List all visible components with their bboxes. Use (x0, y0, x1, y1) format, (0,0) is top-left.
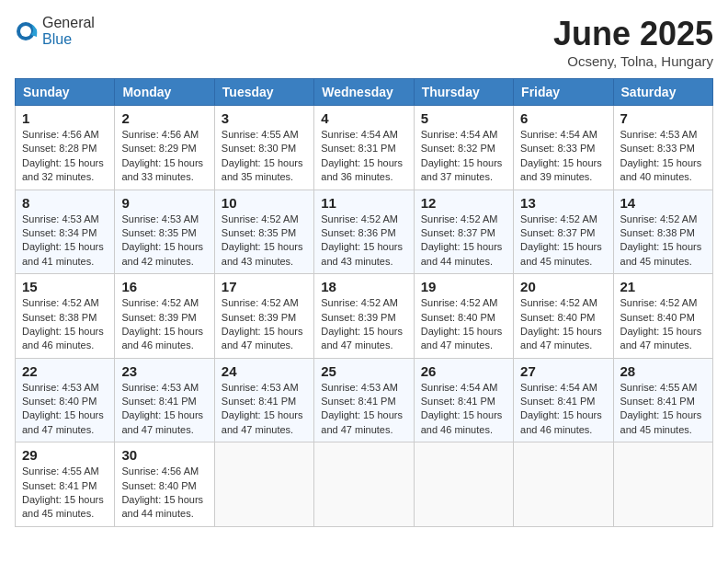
month-title: June 2025 (553, 15, 713, 53)
calendar-body: 1Sunrise: 4:56 AMSunset: 8:28 PMDaylight… (16, 106, 713, 527)
dow-wednesday: Wednesday (314, 79, 414, 106)
day-info: Sunrise: 4:52 AMSunset: 8:39 PMDaylight:… (321, 296, 406, 353)
day-info: Sunrise: 4:54 AMSunset: 8:32 PMDaylight:… (421, 128, 506, 185)
day-number: 23 (121, 363, 207, 379)
day-info: Sunrise: 4:52 AMSunset: 8:35 PMDaylight:… (222, 213, 307, 270)
day-number: 4 (321, 110, 406, 126)
day-info: Sunrise: 4:53 AMSunset: 8:41 PMDaylight:… (321, 381, 406, 438)
day-cell: 26Sunrise: 4:54 AMSunset: 8:41 PMDayligh… (414, 358, 513, 442)
day-number: 3 (222, 110, 307, 126)
day-number: 10 (222, 195, 307, 211)
day-cell (613, 442, 712, 527)
day-cell: 19Sunrise: 4:52 AMSunset: 8:40 PMDayligh… (414, 274, 513, 359)
day-info: Sunrise: 4:52 AMSunset: 8:37 PMDaylight:… (520, 213, 606, 270)
day-number: 8 (22, 195, 108, 211)
day-number: 30 (121, 447, 207, 463)
day-info: Sunrise: 4:56 AMSunset: 8:28 PMDaylight:… (22, 128, 108, 185)
day-number: 11 (321, 195, 406, 211)
day-cell: 4Sunrise: 4:54 AMSunset: 8:31 PMDaylight… (314, 106, 414, 190)
day-cell (514, 442, 613, 527)
day-cell: 5Sunrise: 4:54 AMSunset: 8:32 PMDaylight… (414, 106, 513, 190)
day-cell: 14Sunrise: 4:52 AMSunset: 8:38 PMDayligh… (613, 190, 712, 274)
dow-friday: Friday (514, 79, 613, 106)
day-info: Sunrise: 4:53 AMSunset: 8:33 PMDaylight:… (620, 128, 706, 185)
day-number: 29 (22, 447, 108, 463)
day-cell: 1Sunrise: 4:56 AMSunset: 8:28 PMDaylight… (16, 106, 115, 190)
day-cell (214, 442, 313, 527)
day-number: 18 (321, 279, 406, 294)
day-cell: 21Sunrise: 4:52 AMSunset: 8:40 PMDayligh… (613, 274, 712, 359)
day-cell: 8Sunrise: 4:53 AMSunset: 8:34 PMDaylight… (16, 190, 115, 274)
day-number: 16 (121, 279, 207, 294)
day-cell: 22Sunrise: 4:53 AMSunset: 8:40 PMDayligh… (16, 358, 115, 442)
week-row-2: 8Sunrise: 4:53 AMSunset: 8:34 PMDaylight… (16, 190, 713, 274)
week-row-3: 15Sunrise: 4:52 AMSunset: 8:38 PMDayligh… (16, 274, 713, 359)
day-cell: 28Sunrise: 4:55 AMSunset: 8:41 PMDayligh… (613, 358, 712, 442)
page-header: General Blue June 2025 Ocseny, Tolna, Hu… (15, 15, 713, 69)
day-info: Sunrise: 4:54 AMSunset: 8:41 PMDaylight:… (421, 381, 506, 438)
day-info: Sunrise: 4:52 AMSunset: 8:40 PMDaylight:… (421, 296, 506, 353)
day-number: 19 (421, 279, 506, 294)
day-number: 22 (22, 363, 108, 379)
day-cell (314, 442, 414, 527)
day-info: Sunrise: 4:52 AMSunset: 8:40 PMDaylight:… (520, 296, 606, 353)
day-number: 15 (22, 279, 108, 294)
day-cell: 29Sunrise: 4:55 AMSunset: 8:41 PMDayligh… (16, 442, 115, 527)
days-of-week-header: SundayMondayTuesdayWednesdayThursdayFrid… (16, 79, 713, 106)
day-number: 21 (620, 279, 706, 294)
day-cell: 25Sunrise: 4:53 AMSunset: 8:41 PMDayligh… (314, 358, 414, 442)
logo: General Blue (15, 15, 95, 48)
day-info: Sunrise: 4:55 AMSunset: 8:30 PMDaylight:… (222, 128, 307, 185)
dow-monday: Monday (115, 79, 214, 106)
day-info: Sunrise: 4:54 AMSunset: 8:31 PMDaylight:… (321, 128, 406, 185)
day-number: 12 (421, 195, 506, 211)
week-row-4: 22Sunrise: 4:53 AMSunset: 8:40 PMDayligh… (16, 358, 713, 442)
day-cell: 6Sunrise: 4:54 AMSunset: 8:33 PMDaylight… (514, 106, 613, 190)
day-number: 20 (520, 279, 606, 294)
day-info: Sunrise: 4:54 AMSunset: 8:33 PMDaylight:… (520, 128, 606, 185)
day-info: Sunrise: 4:52 AMSunset: 8:39 PMDaylight:… (222, 296, 307, 353)
day-cell: 9Sunrise: 4:53 AMSunset: 8:35 PMDaylight… (115, 190, 214, 274)
day-cell: 11Sunrise: 4:52 AMSunset: 8:36 PMDayligh… (314, 190, 414, 274)
dow-sunday: Sunday (16, 79, 115, 106)
day-info: Sunrise: 4:56 AMSunset: 8:40 PMDaylight:… (121, 465, 207, 522)
logo-general: General (42, 15, 95, 30)
week-row-5: 29Sunrise: 4:55 AMSunset: 8:41 PMDayligh… (16, 442, 713, 527)
day-cell: 12Sunrise: 4:52 AMSunset: 8:37 PMDayligh… (414, 190, 513, 274)
day-cell: 13Sunrise: 4:52 AMSunset: 8:37 PMDayligh… (514, 190, 613, 274)
day-number: 24 (222, 363, 307, 379)
day-number: 27 (520, 363, 606, 379)
day-cell: 20Sunrise: 4:52 AMSunset: 8:40 PMDayligh… (514, 274, 613, 359)
day-number: 7 (620, 110, 706, 126)
dow-thursday: Thursday (414, 79, 513, 106)
day-info: Sunrise: 4:52 AMSunset: 8:40 PMDaylight:… (620, 296, 706, 353)
day-cell (414, 442, 513, 527)
location: Ocseny, Tolna, Hungary (553, 53, 713, 69)
day-number: 28 (620, 363, 706, 379)
day-info: Sunrise: 4:54 AMSunset: 8:41 PMDaylight:… (520, 381, 606, 438)
day-number: 5 (421, 110, 506, 126)
day-info: Sunrise: 4:52 AMSunset: 8:37 PMDaylight:… (421, 213, 506, 270)
day-number: 14 (620, 195, 706, 211)
day-info: Sunrise: 4:53 AMSunset: 8:41 PMDaylight:… (121, 381, 207, 438)
day-info: Sunrise: 4:53 AMSunset: 8:35 PMDaylight:… (121, 213, 207, 270)
day-info: Sunrise: 4:52 AMSunset: 8:36 PMDaylight:… (321, 213, 406, 270)
day-cell: 17Sunrise: 4:52 AMSunset: 8:39 PMDayligh… (214, 274, 313, 359)
day-number: 26 (421, 363, 506, 379)
day-info: Sunrise: 4:53 AMSunset: 8:41 PMDaylight:… (222, 381, 307, 438)
week-row-1: 1Sunrise: 4:56 AMSunset: 8:28 PMDaylight… (16, 106, 713, 190)
day-info: Sunrise: 4:53 AMSunset: 8:34 PMDaylight:… (22, 213, 108, 270)
dow-tuesday: Tuesday (214, 79, 313, 106)
dow-saturday: Saturday (613, 79, 712, 106)
calendar: SundayMondayTuesdayWednesdayThursdayFrid… (15, 78, 713, 527)
svg-point-1 (20, 26, 31, 37)
logo-text: General Blue (42, 15, 95, 48)
title-area: June 2025 Ocseny, Tolna, Hungary (553, 15, 713, 69)
day-number: 6 (520, 110, 606, 126)
logo-icon (15, 18, 40, 44)
day-cell: 2Sunrise: 4:56 AMSunset: 8:29 PMDaylight… (115, 106, 214, 190)
day-cell: 16Sunrise: 4:52 AMSunset: 8:39 PMDayligh… (115, 274, 214, 359)
day-cell: 3Sunrise: 4:55 AMSunset: 8:30 PMDaylight… (214, 106, 313, 190)
day-number: 9 (121, 195, 207, 211)
day-number: 1 (22, 110, 108, 126)
